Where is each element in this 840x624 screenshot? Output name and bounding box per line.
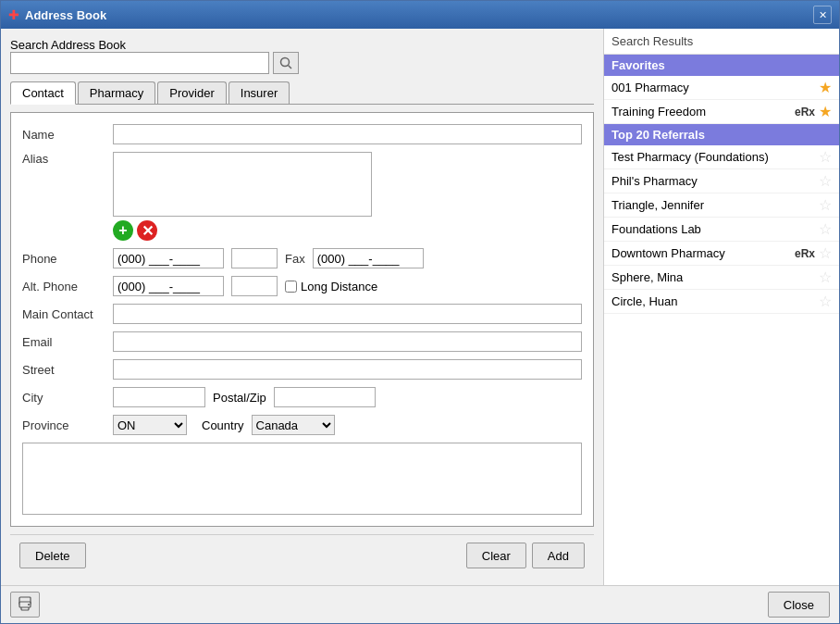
email-row: Email bbox=[22, 331, 582, 352]
tab-insurer[interactable]: Insurer bbox=[229, 81, 290, 104]
tab-provider[interactable]: Provider bbox=[157, 81, 226, 104]
result-item-name: Sphere, Mina bbox=[611, 270, 819, 284]
list-item[interactable]: Triangle, Jennifer☆ bbox=[604, 193, 839, 218]
favorite-star-icon[interactable]: ☆ bbox=[819, 172, 832, 190]
list-item[interactable]: Foundations Lab☆ bbox=[604, 218, 839, 242]
results-list: Favorites001 Pharmacy★Training FreedomeR… bbox=[604, 55, 839, 585]
city-input[interactable] bbox=[113, 387, 205, 407]
tab-contact[interactable]: Contact bbox=[10, 81, 76, 105]
add-button[interactable]: Add bbox=[532, 543, 585, 568]
list-item[interactable]: 001 Pharmacy★ bbox=[604, 76, 839, 100]
alias-add-button[interactable]: + bbox=[113, 220, 133, 241]
erx-badge: eRx bbox=[795, 106, 815, 119]
street-input[interactable] bbox=[113, 359, 582, 380]
search-section: Search Address Book bbox=[10, 38, 594, 74]
postal-input[interactable] bbox=[274, 387, 376, 407]
list-item[interactable]: Test Pharmacy (Foundations)☆ bbox=[604, 145, 839, 169]
alias-controls: + ✕ bbox=[113, 220, 157, 241]
print-button[interactable] bbox=[10, 592, 40, 618]
phone-ext-input[interactable] bbox=[231, 248, 278, 268]
favorite-star-icon[interactable]: ☆ bbox=[819, 293, 832, 310]
alias-label: Alias bbox=[22, 152, 105, 166]
alt-phone-input[interactable] bbox=[113, 276, 224, 296]
result-group-header: Top 20 Referrals bbox=[604, 124, 839, 145]
result-item-name: Foundations Lab bbox=[611, 222, 819, 236]
notes-section bbox=[22, 443, 582, 515]
delete-button[interactable]: Delete bbox=[19, 543, 86, 568]
favorite-star-icon[interactable]: ☆ bbox=[819, 196, 832, 214]
svg-point-5 bbox=[28, 604, 30, 605]
fax-label: Fax bbox=[285, 252, 305, 266]
phone-row: Phone Fax bbox=[22, 248, 582, 268]
search-button[interactable] bbox=[273, 52, 299, 74]
city-label: City bbox=[22, 391, 105, 405]
bottom-right-buttons: Clear Add bbox=[466, 543, 585, 568]
list-item[interactable]: Sphere, Mina☆ bbox=[604, 266, 839, 290]
favorite-star-icon[interactable]: ★ bbox=[819, 103, 832, 120]
favorite-star-icon[interactable]: ☆ bbox=[819, 220, 832, 238]
result-item-name: Triangle, Jennifer bbox=[611, 198, 819, 212]
email-label: Email bbox=[22, 335, 105, 349]
alt-phone-ext-input[interactable] bbox=[231, 276, 278, 296]
search-input[interactable] bbox=[10, 52, 269, 74]
bottom-action-bar: Delete Clear Add bbox=[10, 534, 594, 576]
list-item[interactable]: Phil's Pharmacy☆ bbox=[604, 169, 839, 193]
svg-point-0 bbox=[281, 58, 290, 67]
result-item-name: Downtown Pharmacy bbox=[611, 246, 795, 260]
favorite-star-icon[interactable]: ☆ bbox=[819, 244, 832, 262]
result-item-name: Test Pharmacy (Foundations) bbox=[611, 150, 819, 164]
phone-input[interactable] bbox=[113, 248, 224, 268]
long-distance-label: Long Distance bbox=[301, 280, 377, 293]
result-item-name: 001 Pharmacy bbox=[611, 81, 819, 94]
alias-section: + ✕ bbox=[113, 152, 372, 241]
list-item[interactable]: Downtown PharmacyeRx☆ bbox=[604, 242, 839, 266]
close-button[interactable]: Close bbox=[768, 592, 830, 618]
country-label: Country bbox=[202, 418, 244, 432]
street-row: Street bbox=[22, 359, 582, 380]
street-label: Street bbox=[22, 363, 105, 377]
main-contact-input[interactable] bbox=[113, 304, 582, 324]
main-contact-row: Main Contact bbox=[22, 304, 582, 324]
long-distance-checkbox[interactable] bbox=[285, 281, 297, 293]
province-select[interactable]: ON BC AB QC bbox=[113, 415, 187, 435]
footer-bar: Close bbox=[1, 585, 839, 623]
tab-pharmacy[interactable]: Pharmacy bbox=[78, 81, 156, 104]
window-close-x-button[interactable]: ✕ bbox=[813, 6, 832, 24]
alias-textarea[interactable] bbox=[113, 152, 372, 217]
country-select[interactable]: Canada USA bbox=[252, 415, 335, 435]
alt-phone-label: Alt. Phone bbox=[22, 280, 105, 293]
alias-remove-button[interactable]: ✕ bbox=[137, 220, 157, 241]
main-content: Search Address Book Contact Pharmacy Pro… bbox=[1, 29, 839, 585]
right-panel: Search Results Favorites001 Pharmacy★Tra… bbox=[603, 29, 839, 585]
favorite-star-icon[interactable]: ☆ bbox=[819, 148, 832, 166]
favorite-star-icon[interactable]: ☆ bbox=[819, 268, 832, 286]
result-item-name: Training Freedom bbox=[611, 105, 795, 119]
search-row bbox=[10, 52, 594, 74]
window-title: Address Book bbox=[25, 8, 106, 22]
list-item[interactable]: Training FreedomeRx★ bbox=[604, 100, 839, 124]
province-country-row: Province ON BC AB QC Country Canada USA bbox=[22, 415, 582, 435]
city-postal-row: City Postal/Zip bbox=[22, 387, 582, 407]
main-contact-label: Main Contact bbox=[22, 307, 105, 321]
search-label: Search Address Book bbox=[10, 38, 594, 52]
notes-textarea[interactable] bbox=[22, 443, 582, 515]
print-icon bbox=[17, 596, 33, 613]
search-icon bbox=[279, 56, 292, 69]
name-label: Name bbox=[22, 128, 105, 142]
favorite-star-icon[interactable]: ★ bbox=[819, 79, 832, 96]
name-input[interactable] bbox=[113, 124, 582, 144]
list-item[interactable]: Circle, Huan☆ bbox=[604, 290, 839, 314]
clear-button[interactable]: Clear bbox=[466, 543, 526, 568]
result-item-name: Circle, Huan bbox=[611, 294, 819, 308]
email-input[interactable] bbox=[113, 331, 582, 352]
result-item-name: Phil's Pharmacy bbox=[611, 174, 819, 188]
alias-row: Alias + ✕ bbox=[22, 152, 582, 241]
results-header: Search Results bbox=[604, 29, 839, 55]
title-bar-left: ✚ Address Book bbox=[8, 7, 106, 22]
long-distance-row: Long Distance bbox=[285, 280, 377, 293]
tabs-row: Contact Pharmacy Provider Insurer bbox=[10, 81, 594, 105]
phone-label: Phone bbox=[22, 252, 105, 266]
form-panel: Name Alias + ✕ Phone bbox=[10, 112, 594, 527]
fax-input[interactable] bbox=[313, 248, 424, 268]
left-panel: Search Address Book Contact Pharmacy Pro… bbox=[1, 29, 603, 585]
